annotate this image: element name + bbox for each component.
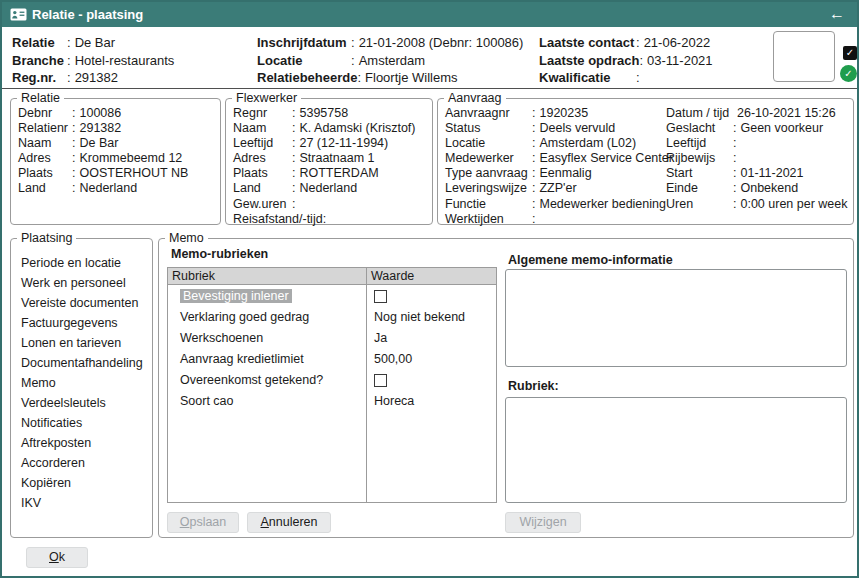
info-row: Aanvraagnr:1920235 bbox=[445, 106, 673, 121]
wijzigen-button[interactable]: Wijzigen bbox=[505, 512, 581, 533]
field-label: Adres bbox=[233, 151, 292, 166]
checkbox-overeenkomst-getekend[interactable] bbox=[374, 374, 387, 387]
sidebar-item-notificaties[interactable]: Notificaties bbox=[21, 413, 152, 433]
sidebar-item-werk-en-personeel[interactable]: Werk en personeel bbox=[21, 273, 152, 293]
table-row-werkschoenen[interactable]: Werkschoenen Ja bbox=[168, 327, 496, 348]
annuleren-button[interactable]: Annuleren bbox=[247, 512, 331, 533]
field-label: Regnr bbox=[233, 106, 292, 121]
info-row: Leeftijd:27 (12-11-1994) bbox=[233, 136, 425, 151]
table-row-soort-cao[interactable]: Soort cao Horeca bbox=[168, 390, 496, 411]
field-label: Land bbox=[18, 181, 72, 196]
info-row: Debnr:100086 bbox=[18, 106, 213, 121]
sidebar-item-documentafhandeling[interactable]: Documentafhandeling bbox=[21, 353, 152, 373]
field-separator: : bbox=[292, 181, 295, 196]
field-value: Straatnaam 1 bbox=[299, 151, 374, 166]
table-row-bevestiging-inlener[interactable]: Bevestiging inlener bbox=[168, 285, 496, 306]
sidebar-item-ikv[interactable]: IKV bbox=[21, 493, 152, 513]
field-label: Inschrijfdatum bbox=[257, 34, 351, 52]
info-row: Adres:Krommebeemd 12 bbox=[18, 151, 213, 166]
table-header-row: Rubriek Waarde bbox=[168, 268, 496, 285]
field-label: Datum / tijd bbox=[666, 106, 733, 121]
header-column-laatste: Laatste contact:21-06-2022 Laatste opdra… bbox=[539, 34, 713, 87]
field-separator: : bbox=[532, 106, 535, 121]
field-label: Functie bbox=[445, 197, 532, 212]
checkbox-bevestiging-inlener[interactable] bbox=[374, 290, 387, 303]
opslaan-button[interactable]: Opslaan bbox=[167, 512, 239, 533]
info-row: Plaats:OOSTERHOUT NB bbox=[18, 166, 213, 181]
sidebar-item-accorderen[interactable]: Accorderen bbox=[21, 453, 152, 473]
info-row: Land:Nederland bbox=[233, 181, 425, 196]
sidebar-item-kopieren[interactable]: Kopiëren bbox=[21, 473, 152, 493]
info-row: Geslacht:Geen voorkeur bbox=[666, 121, 848, 136]
rubriek-textarea[interactable] bbox=[505, 397, 847, 503]
column-header-rubriek: Rubriek bbox=[168, 268, 366, 284]
field-separator: : bbox=[733, 121, 736, 136]
table-row-overeenkomst-getekend[interactable]: Overeenkomst getekend? bbox=[168, 369, 496, 390]
field-value: 0:00 uren per week bbox=[740, 197, 847, 212]
back-arrow-icon[interactable]: ← bbox=[829, 2, 845, 26]
cell-value: Horeca bbox=[366, 394, 496, 408]
sidebar-item-periode-en-locatie[interactable]: Periode en locatie bbox=[21, 253, 152, 273]
field-separator: : bbox=[323, 212, 326, 227]
relatie-plaatsing-window: Relatie - plaatsing ← Relatie:De Bar Bra… bbox=[0, 0, 859, 578]
field-label: Werktijden bbox=[445, 212, 532, 227]
algemene-memo-label: Algemene memo-informatie bbox=[508, 253, 673, 267]
field-label: Adres bbox=[18, 151, 72, 166]
info-row: Leeftijd: bbox=[666, 136, 848, 151]
info-row: Type aanvraag:Eenmalig bbox=[445, 166, 673, 181]
field-value: 21-01-2008 (Debnr: 100086) bbox=[359, 34, 524, 52]
plaatsing-menu: Periode en locatie Werk en personeel Ver… bbox=[11, 239, 152, 513]
field-separator: : bbox=[72, 121, 75, 136]
field-label: Relatienr bbox=[18, 121, 72, 136]
table-row-verklaring-goed-gedrag[interactable]: Verklaring goed gedrag Nog niet bekend bbox=[168, 306, 496, 327]
field-value: Amsterdam (L02) bbox=[539, 136, 636, 151]
field-value: Nederland bbox=[299, 181, 357, 196]
field-label: Start bbox=[666, 166, 733, 181]
header-row: Laatste opdrach:03-11-2021 bbox=[539, 52, 713, 70]
info-row: Leveringswijze:ZZP'er bbox=[445, 181, 673, 196]
flexwerker-panel: Flexwerker Regnr:5395758 Naam:K. Adamski… bbox=[225, 98, 433, 225]
field-value: Medewerker bediening bbox=[539, 197, 665, 212]
sidebar-item-lonen-en-tarieven[interactable]: Lonen en tarieven bbox=[21, 333, 152, 353]
photo-placeholder bbox=[773, 31, 835, 82]
button-mnemonic: O bbox=[49, 550, 59, 564]
checked-checkbox-icon: ✓ bbox=[843, 46, 857, 60]
field-label: Plaats bbox=[233, 166, 292, 181]
field-value: ZZP'er bbox=[539, 181, 576, 196]
field-value: Eenmalig bbox=[539, 166, 591, 181]
window-title: Relatie - plaatsing bbox=[32, 2, 143, 27]
sidebar-item-memo[interactable]: Memo bbox=[21, 373, 152, 393]
field-separator: : bbox=[532, 151, 535, 166]
field-separator: : bbox=[72, 166, 75, 181]
field-value: 5395758 bbox=[299, 106, 348, 121]
cell-text: Soort cao bbox=[168, 394, 366, 408]
info-row: Status:Deels vervuld bbox=[445, 121, 673, 136]
cell-value: Nog niet bekend bbox=[366, 310, 496, 324]
field-separator: : bbox=[733, 151, 736, 166]
field-separator: : bbox=[532, 136, 535, 151]
field-label: Reisafstand/-tijd bbox=[233, 212, 323, 227]
field-value: 03-11-2021 bbox=[647, 52, 713, 70]
algemene-memo-textarea[interactable] bbox=[505, 269, 847, 367]
field-label: Einde bbox=[666, 181, 733, 196]
header-row: Branche:Hotel-restaurants bbox=[12, 52, 174, 70]
field-label: Locatie bbox=[445, 136, 532, 151]
field-separator: : bbox=[67, 52, 71, 70]
memo-panel: Memo Memo-rubrieken Rubriek Waarde Beves… bbox=[158, 238, 854, 538]
sidebar-item-aftrekposten[interactable]: Aftrekposten bbox=[21, 433, 152, 453]
memo-panel-legend: Memo bbox=[165, 231, 208, 246]
sidebar-item-vereiste-documenten[interactable]: Vereiste documenten bbox=[21, 293, 152, 313]
sidebar-item-verdeelsleutels[interactable]: Verdeelsleutels bbox=[21, 393, 152, 413]
ok-button[interactable]: Ok bbox=[26, 547, 88, 568]
relation-header: Relatie:De Bar Branche:Hotel-restaurants… bbox=[2, 27, 857, 89]
field-label: Land bbox=[233, 181, 292, 196]
info-row: Relatienr:291382 bbox=[18, 121, 213, 136]
sidebar-item-factuurgegevens[interactable]: Factuurgegevens bbox=[21, 313, 152, 333]
field-label: Locatie bbox=[257, 52, 351, 70]
title-bar: Relatie - plaatsing ← bbox=[2, 2, 857, 27]
field-label: Status bbox=[445, 121, 532, 136]
table-row-aanvraag-kredietlimiet[interactable]: Aanvraag kredietlimiet 500,00 bbox=[168, 348, 496, 369]
button-label: k bbox=[59, 550, 65, 564]
field-label: Relatiebeheerde bbox=[257, 69, 357, 87]
field-value: 26-10-2021 15:26 bbox=[737, 106, 836, 121]
